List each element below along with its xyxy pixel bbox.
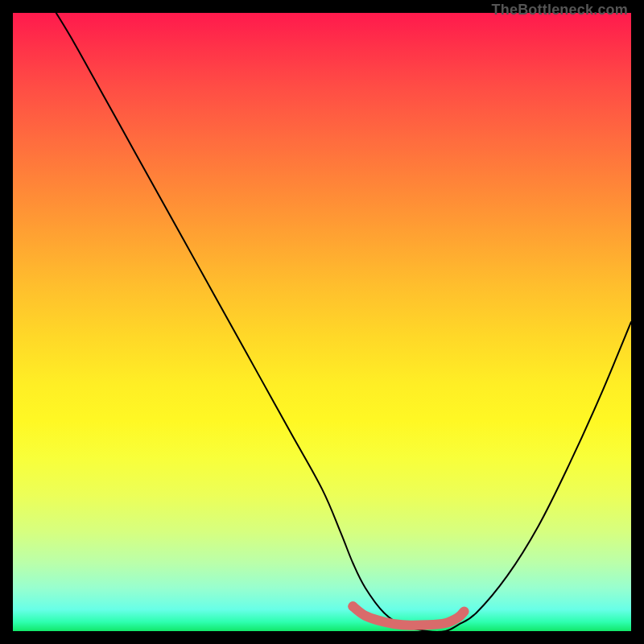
- chart-container: TheBottleneck.com: [0, 0, 644, 644]
- plot-area: TheBottleneck.com: [13, 13, 631, 631]
- highlight-segment: [353, 606, 464, 625]
- highlight-start-dot: [348, 601, 357, 611]
- bottleneck-curve: [56, 13, 631, 631]
- chart-svg: [13, 13, 631, 631]
